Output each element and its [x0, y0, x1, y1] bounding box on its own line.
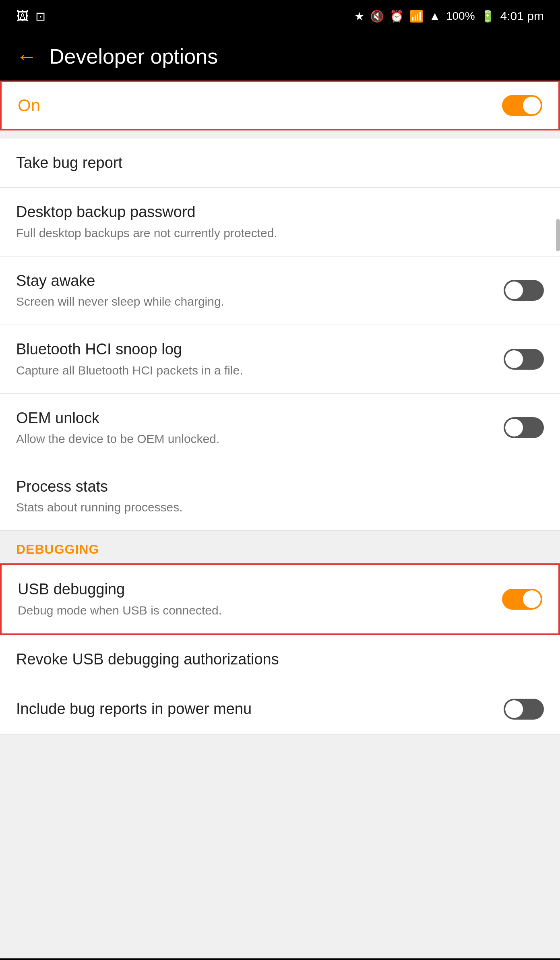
- developer-options-toggle-row[interactable]: On: [0, 81, 560, 130]
- usb-debugging-item[interactable]: USB debugging Debug mode when USB is con…: [0, 563, 560, 635]
- oem-unlock-item[interactable]: OEM unlock Allow the device to be OEM un…: [0, 394, 560, 462]
- process-stats-text: Process stats Stats about running proces…: [16, 477, 544, 516]
- debugging-section-title: Debugging: [16, 542, 99, 557]
- back-button[interactable]: ←: [16, 44, 37, 68]
- desktop-backup-password-subtitle: Full desktop backups are not currently p…: [16, 225, 532, 242]
- bug-reports-power-menu-toggle-knob: [505, 700, 523, 718]
- bluetooth-hci-toggle[interactable]: [504, 349, 544, 370]
- bluetooth-hci-item[interactable]: Bluetooth HCI snoop log Capture all Blue…: [0, 325, 560, 393]
- desktop-backup-password-item[interactable]: Desktop backup password Full desktop bac…: [0, 188, 560, 256]
- desktop-backup-password-title: Desktop backup password: [16, 202, 532, 222]
- battery-icon: 🔋: [481, 10, 495, 23]
- bluetooth-hci-toggle-knob: [505, 350, 523, 368]
- toggle-knob: [523, 97, 541, 114]
- usb-debugging-title: USB debugging: [18, 579, 490, 599]
- bluetooth-icon: ★: [354, 10, 364, 23]
- usb-debugging-text: USB debugging Debug mode when USB is con…: [18, 579, 502, 619]
- usb-debugging-subtitle: Debug mode when USB is connected.: [18, 602, 490, 619]
- stay-awake-text: Stay awake Screen will never sleep while…: [16, 271, 504, 310]
- oem-unlock-text: OEM unlock Allow the device to be OEM un…: [16, 408, 504, 447]
- stay-awake-toggle[interactable]: [504, 280, 544, 301]
- debugging-section-header: Debugging: [0, 531, 560, 563]
- header: ← Developer options: [0, 32, 560, 81]
- take-bug-report-title: Take bug report: [16, 153, 532, 173]
- revoke-usb-item[interactable]: Revoke USB debugging authorizations: [0, 635, 560, 684]
- developer-options-toggle[interactable]: [502, 95, 542, 116]
- desktop-backup-password-text: Desktop backup password Full desktop bac…: [16, 202, 544, 241]
- stay-awake-title: Stay awake: [16, 271, 492, 291]
- take-bug-report-item[interactable]: Take bug report: [0, 139, 560, 188]
- signal-icon: ▲: [429, 10, 440, 23]
- mute-icon: 🔇: [370, 10, 384, 23]
- status-time: 4:01 pm: [500, 9, 544, 23]
- on-label: On: [18, 96, 40, 115]
- oem-unlock-title: OEM unlock: [16, 408, 492, 428]
- bluetooth-hci-title: Bluetooth HCI snoop log: [16, 339, 492, 359]
- stay-awake-subtitle: Screen will never sleep while charging.: [16, 293, 492, 310]
- process-stats-subtitle: Stats about running processes.: [16, 499, 532, 516]
- battery-percent: 100%: [446, 10, 475, 23]
- scrollbar[interactable]: [556, 219, 560, 251]
- bluetooth-hci-text: Bluetooth HCI snoop log Capture all Blue…: [16, 339, 504, 379]
- bug-reports-power-menu-title: Include bug reports in power menu: [16, 699, 492, 719]
- status-bar-left-icons: 🖼 ⊡: [16, 9, 45, 24]
- bluetooth-hci-subtitle: Capture all Bluetooth HCI packets in a f…: [16, 362, 492, 379]
- revoke-usb-text: Revoke USB debugging authorizations: [16, 650, 544, 669]
- process-stats-title: Process stats: [16, 477, 532, 497]
- status-bar-right-icons: ★ 🔇 ⏰ 📶 ▲ 100% 🔋 4:01 pm: [354, 9, 544, 23]
- status-bar: 🖼 ⊡ ★ 🔇 ⏰ 📶 ▲ 100% 🔋 4:01 pm: [0, 0, 560, 32]
- cast-icon: ⊡: [35, 9, 45, 23]
- alarm-icon: ⏰: [390, 10, 404, 23]
- image-icon: 🖼: [16, 9, 29, 24]
- revoke-usb-title: Revoke USB debugging authorizations: [16, 650, 532, 669]
- page-title: Developer options: [49, 44, 218, 68]
- oem-unlock-toggle[interactable]: [504, 417, 544, 438]
- usb-debugging-toggle[interactable]: [502, 589, 542, 610]
- main-content: On Take bug report Desktop backup passwo…: [0, 81, 560, 958]
- bug-reports-power-menu-text: Include bug reports in power menu: [16, 699, 504, 719]
- bug-reports-power-menu-toggle[interactable]: [504, 699, 544, 720]
- take-bug-report-text: Take bug report: [16, 153, 544, 173]
- bug-reports-power-menu-item[interactable]: Include bug reports in power menu: [0, 684, 560, 734]
- oem-unlock-subtitle: Allow the device to be OEM unlocked.: [16, 430, 492, 447]
- wifi-icon: 📶: [409, 10, 424, 23]
- process-stats-item[interactable]: Process stats Stats about running proces…: [0, 462, 560, 531]
- stay-awake-item[interactable]: Stay awake Screen will never sleep while…: [0, 257, 560, 325]
- usb-debugging-toggle-knob: [523, 590, 541, 608]
- settings-list: Take bug report Desktop backup password …: [0, 139, 560, 531]
- stay-awake-toggle-knob: [505, 281, 523, 299]
- oem-unlock-toggle-knob: [505, 419, 523, 437]
